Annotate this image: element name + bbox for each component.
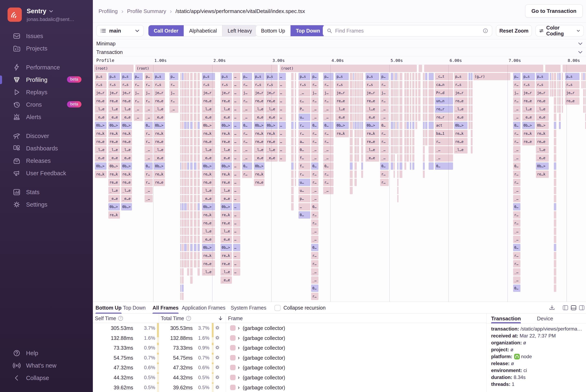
frame-settings-gear-icon[interactable] — [215, 364, 220, 371]
flame-frame-stripe[interactable] — [404, 73, 406, 170]
flame-frame[interactable]: p…s — [202, 73, 215, 80]
layout-bottom-icon[interactable] — [570, 305, 577, 312]
flame-frame[interactable]: … — [279, 154, 286, 162]
flame-frame[interactable] — [182, 73, 184, 80]
flame-frame[interactable] — [410, 122, 411, 129]
flame-frame[interactable]: j… — [134, 89, 143, 96]
flame-frame[interactable]: … — [298, 203, 310, 210]
flame-frame[interactable]: 0… — [145, 122, 153, 129]
flame-frame[interactable]: 0b…> — [202, 162, 215, 170]
flame-frame[interactable]: … — [233, 260, 240, 268]
sidebar-item-user-feedback[interactable]: User Feedback — [0, 167, 93, 179]
flame-frame[interactable]: u… — [298, 179, 310, 186]
flame-frame[interactable]: r…s — [266, 81, 278, 88]
flame-frame[interactable]: _e…e — [202, 195, 215, 202]
flame-frame[interactable]: a… — [298, 138, 310, 145]
flame-frame[interactable]: 0b…> — [454, 122, 468, 129]
layout-right-icon[interactable] — [579, 305, 585, 312]
flame-frame[interactable]: ba…1 — [435, 130, 453, 137]
flame-frame[interactable]: _l…e — [221, 268, 232, 276]
flame-frame[interactable]: r… — [323, 97, 334, 104]
flame-frame[interactable]: 0b…> — [95, 162, 107, 170]
flame-frame[interactable]: _l…e — [266, 146, 278, 154]
flame-frame[interactable]: _… — [323, 114, 334, 121]
flame-frame[interactable]: u… — [298, 114, 310, 121]
flame-frame[interactable]: p… — [323, 73, 334, 80]
flame-frame[interactable] — [291, 162, 294, 170]
expand-chevron-icon[interactable]: › — [238, 374, 240, 380]
flame-frame[interactable]: _e…e — [365, 154, 379, 162]
flame-frame[interactable]: p…s — [298, 73, 310, 80]
flame-frame[interactable] — [397, 122, 398, 129]
flame-frame[interactable]: re…e — [202, 220, 215, 227]
flame-frame[interactable]: p…s — [221, 73, 232, 80]
flame-frame[interactable]: r… — [311, 220, 319, 227]
flame-frame[interactable]: _e…e — [202, 114, 215, 121]
flame-frame[interactable]: p…s — [95, 73, 107, 80]
flame-frame[interactable]: _e…e — [266, 154, 278, 162]
flame-frame[interactable]: re…k — [536, 130, 549, 137]
flame-frame[interactable]: … — [233, 114, 240, 121]
flame-frame[interactable]: p…s — [108, 73, 120, 80]
flame-frame[interactable]: _e…e — [536, 154, 549, 162]
flame-frame[interactable]: je…r — [221, 89, 232, 96]
flame-frame[interactable]: 0b…> — [202, 203, 215, 210]
details-tab-device[interactable]: Device — [537, 314, 553, 324]
expand-chevron-icon[interactable]: › — [238, 384, 240, 390]
flame-frame[interactable] — [194, 244, 197, 251]
flame-frame[interactable]: _l…e — [365, 106, 379, 113]
flame-frame-stripe[interactable] — [391, 73, 393, 170]
total-time-header[interactable]: Total Time? — [161, 314, 191, 323]
flame-frame[interactable]: 0b…> — [121, 203, 132, 210]
flame-frame[interactable]: re…k — [536, 170, 549, 178]
flame-frame[interactable]: _l…e — [365, 146, 379, 154]
flame-frame[interactable]: _… — [145, 187, 153, 194]
flame-frame[interactable]: _l…e — [202, 106, 215, 113]
flame-frame[interactable]: … — [233, 138, 240, 145]
flame-frame[interactable] — [429, 81, 434, 88]
download-icon[interactable] — [549, 305, 555, 312]
flame-frame[interactable]: r…s — [454, 81, 468, 88]
flame-frame[interactable]: p…s — [121, 73, 132, 80]
flame-frame[interactable]: je…r — [154, 89, 165, 96]
flame-frame[interactable]: 0b…> — [522, 122, 535, 129]
flame-frame[interactable]: 0… — [323, 122, 334, 129]
flame-frame[interactable]: r… — [169, 97, 179, 104]
flame-frame[interactable]: re…e — [221, 220, 232, 227]
flame-frame-stripe[interactable] — [551, 73, 553, 96]
flame-frame-stripe[interactable] — [412, 73, 414, 170]
flame-frame[interactable]: r…s — [565, 81, 579, 88]
flame-frame[interactable]: _c…t — [435, 73, 453, 80]
flame-frame[interactable]: r…s — [298, 81, 310, 88]
flamegraph[interactable]: (root)(root)(root)_c…tca…nPr…dun…nre…rre… — [94, 65, 586, 302]
org-switcher[interactable]: Sentry jonas.badalic@sent… — [8, 8, 74, 22]
flame-frame[interactable]: r… — [513, 260, 520, 268]
flame-frame[interactable]: je…r — [565, 89, 579, 96]
flame-frame[interactable]: _… — [311, 195, 319, 202]
flame-frame[interactable]: _… — [242, 146, 252, 154]
flame-frame[interactable]: _… — [513, 146, 520, 154]
flame-frame[interactable] — [429, 122, 434, 129]
flame-frame[interactable]: r… — [380, 138, 389, 145]
chevron-down-icon[interactable] — [577, 41, 583, 46]
flame-frame[interactable]: p… — [298, 195, 310, 202]
flame-frame[interactable]: r… — [513, 81, 520, 88]
flame-frame[interactable]: 0b…> — [254, 122, 265, 129]
flame-frame-stripe[interactable] — [354, 73, 357, 186]
flame-frame[interactable]: r… — [513, 170, 520, 178]
flame-frame[interactable]: _… — [242, 154, 252, 162]
flame-frame[interactable]: _… — [323, 154, 334, 162]
frame-settings-gear-icon[interactable] — [215, 384, 220, 391]
sidebar-item-projects[interactable]: Projects — [0, 42, 93, 54]
sidebar-item-settings[interactable]: Settings — [0, 199, 93, 210]
flame-frame[interactable]: r…s — [335, 81, 349, 88]
flame-frame[interactable]: r… — [242, 170, 252, 178]
tab-top-down[interactable]: Top Down — [123, 302, 146, 314]
flame-frame[interactable]: P… — [298, 106, 310, 113]
flame-frame[interactable]: r… — [169, 81, 179, 88]
direction-top-down[interactable]: Top Down — [291, 25, 325, 36]
flame-frame[interactable]: r… — [513, 211, 520, 218]
flame-frame[interactable]: re…k — [221, 170, 232, 178]
flame-frame[interactable] — [391, 122, 393, 129]
flame-frame-stripe[interactable] — [581, 73, 583, 88]
